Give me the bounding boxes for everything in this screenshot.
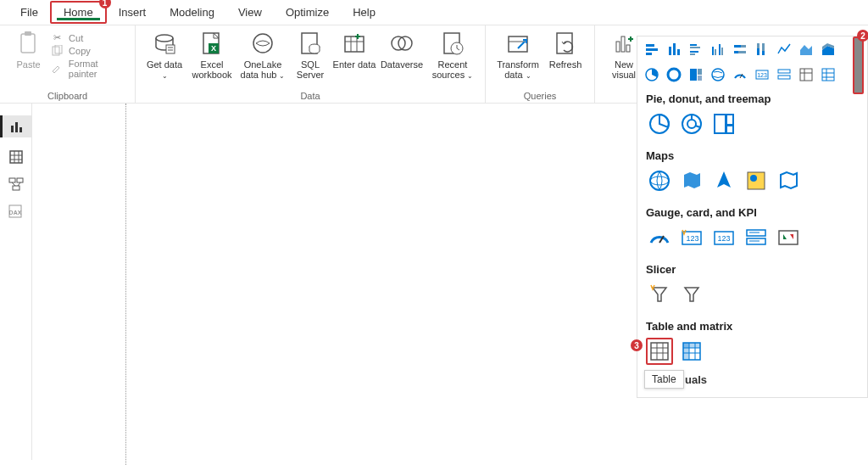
viz-stacked-area-icon[interactable] <box>819 40 837 59</box>
svg-rect-114 <box>651 343 668 360</box>
viz-map-icon[interactable] <box>709 65 727 84</box>
nav-dax[interactable]: DAX <box>8 204 25 219</box>
onelake-button[interactable]: OneLake data hub ⌄ <box>237 29 288 81</box>
recent-sources-button[interactable]: Recent sources ⌄ <box>427 29 478 81</box>
svg-rect-50 <box>646 48 658 51</box>
viz-line-icon[interactable] <box>775 40 793 59</box>
refresh-button[interactable]: Refresh <box>543 29 587 70</box>
excel-button[interactable]: X Excel workbook <box>186 29 237 80</box>
format-painter-button[interactable]: Format painter <box>50 59 128 79</box>
svg-rect-70 <box>762 43 765 51</box>
arcgis-map-icon[interactable] <box>743 167 770 194</box>
svg-rect-0 <box>21 34 35 53</box>
viz-table-icon[interactable] <box>797 65 815 84</box>
menu-home[interactable]: Home 1 <box>50 1 107 24</box>
table-visual-icon[interactable] <box>646 338 673 365</box>
dataverse-icon <box>389 31 415 56</box>
svg-line-45 <box>12 182 15 186</box>
nav-table[interactable] <box>8 149 24 165</box>
azure-map-icon[interactable] <box>710 167 737 194</box>
sql-label: SQL Server <box>288 59 332 80</box>
svg-rect-64 <box>741 45 746 48</box>
menu-modeling[interactable]: Modeling <box>158 3 226 22</box>
excel-label: Excel workbook <box>186 59 237 80</box>
kpi-icon[interactable] <box>775 224 802 251</box>
refresh-label: Refresh <box>549 59 582 70</box>
menu-insert[interactable]: Insert <box>107 3 159 22</box>
dataverse-button[interactable]: Dataverse <box>376 29 427 70</box>
group-queries-label: Queries <box>492 91 587 103</box>
viz-100stacked-bar-icon[interactable] <box>731 40 749 59</box>
viz-card-icon[interactable]: 123 <box>753 65 771 84</box>
filled-map-icon[interactable] <box>678 167 705 194</box>
viz-donut-icon[interactable] <box>665 65 683 84</box>
nav-report[interactable] <box>0 115 31 137</box>
basic-map-icon[interactable] <box>646 167 673 194</box>
pie-chart-icon[interactable] <box>646 110 673 137</box>
treemap-chart-icon[interactable] <box>710 110 737 137</box>
svg-rect-55 <box>690 44 697 46</box>
copy-label: Copy <box>69 46 91 56</box>
viz-100stacked-col-icon[interactable] <box>753 40 771 59</box>
nav-model[interactable] <box>8 176 24 192</box>
menu-help[interactable]: Help <box>341 3 387 22</box>
viz-multirow-icon[interactable] <box>775 65 793 84</box>
menu-file[interactable]: File <box>8 3 50 22</box>
menu-view[interactable]: View <box>226 3 274 22</box>
table-section-title: Table and matrix <box>637 315 867 334</box>
group-data: Get data ⌄ X Excel workbook OneLake data… <box>136 25 486 103</box>
svg-rect-31 <box>626 45 630 52</box>
copy-button[interactable]: Copy <box>50 45 128 57</box>
svg-point-103 <box>750 175 757 182</box>
svg-rect-83 <box>778 70 790 73</box>
new-slicer-icon[interactable] <box>646 281 673 308</box>
enter-data-button[interactable]: Enter data <box>332 29 376 70</box>
clipboard-small: ✂ Cut Copy Format painter <box>50 29 128 79</box>
viz-matrix-icon[interactable] <box>819 65 837 84</box>
svg-rect-44 <box>13 186 19 190</box>
svg-rect-1 <box>25 31 31 36</box>
recent-icon <box>440 31 465 56</box>
viz-gauge-icon[interactable] <box>731 65 749 84</box>
svg-rect-68 <box>757 43 760 48</box>
svg-point-75 <box>668 69 680 81</box>
pie-section <box>637 107 867 144</box>
paste-label: Paste <box>16 59 40 70</box>
matrix-visual-icon[interactable] <box>678 338 705 365</box>
viz-clustered-bar-icon[interactable] <box>687 40 705 59</box>
cut-button[interactable]: ✂ Cut <box>50 32 128 43</box>
paste-button[interactable]: Paste <box>7 29 50 70</box>
shape-map-icon[interactable] <box>775 167 802 194</box>
svg-rect-78 <box>698 76 702 81</box>
menu-optimize[interactable]: Optimize <box>274 3 341 22</box>
new-card-icon[interactable]: 123 <box>678 224 705 251</box>
svg-point-79 <box>712 69 724 81</box>
viz-scrollbar[interactable]: 2 <box>853 36 864 94</box>
multirow-card-icon[interactable] <box>743 224 770 251</box>
sql-button[interactable]: SQL Server <box>288 29 332 80</box>
card-icon[interactable]: 123 <box>710 224 737 251</box>
svg-rect-56 <box>690 47 700 48</box>
svg-text:123: 123 <box>686 234 698 243</box>
excel-icon: X <box>199 31 225 56</box>
get-data-button[interactable]: Get data ⌄ <box>142 29 186 81</box>
enter-label: Enter data <box>333 59 376 70</box>
svg-text:DAX: DAX <box>8 210 21 216</box>
viz-clustered-col-icon[interactable] <box>709 40 727 59</box>
viz-stacked-col-icon[interactable] <box>665 40 683 59</box>
svg-rect-34 <box>11 126 14 132</box>
viz-treemap-icon[interactable] <box>687 65 705 84</box>
gauge-chart-icon[interactable] <box>646 224 673 251</box>
donut-chart-icon[interactable] <box>678 110 705 137</box>
viz-area-icon[interactable] <box>797 40 815 59</box>
slicer-chart-icon[interactable] <box>678 281 705 308</box>
svg-rect-42 <box>9 178 15 182</box>
svg-rect-37 <box>10 151 22 163</box>
enter-data-icon <box>342 31 367 56</box>
viz-stacked-bar-icon[interactable] <box>643 40 661 59</box>
dataverse-label: Dataverse <box>381 59 423 70</box>
viz-pie-icon[interactable] <box>643 65 661 84</box>
group-queries: Transform data ⌄ Refresh Queries <box>486 25 595 103</box>
transform-data-button[interactable]: Transform data ⌄ <box>492 29 543 81</box>
svg-rect-85 <box>800 69 812 81</box>
